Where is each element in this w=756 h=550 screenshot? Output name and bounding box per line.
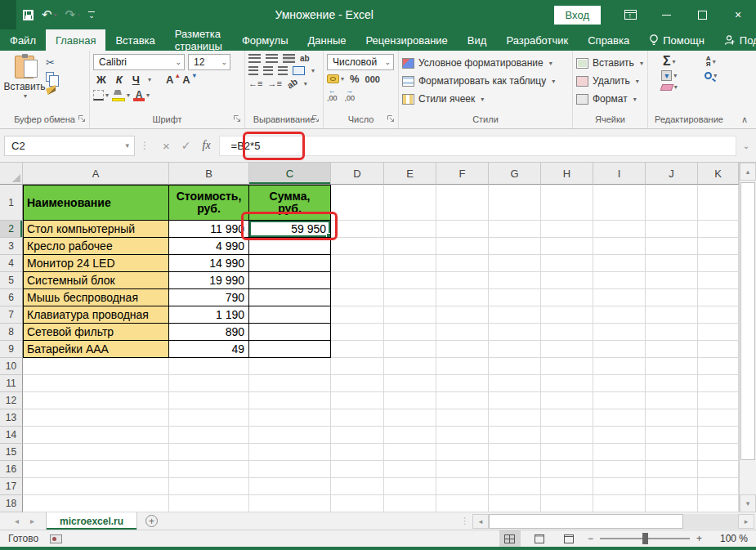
row-header-11[interactable]: 11 [0,375,23,392]
grid-cell-B11[interactable] [169,375,249,392]
row-header-16[interactable]: 16 [0,461,23,478]
grid-cell-B16[interactable] [169,461,249,478]
ribbon-tab-разметка-страницы[interactable]: Разметка страницы [165,29,232,51]
autosum-button[interactable]: Σ▾ [651,55,687,68]
grid-cell-K1[interactable] [698,185,739,221]
column-header-D[interactable]: D [331,163,384,185]
grid-cell-K4[interactable] [698,255,739,272]
grid-cell-D11[interactable] [331,375,384,392]
grid-cell-B18[interactable] [169,495,249,512]
grid-cell-H3[interactable] [541,238,593,255]
grid-cell-C14[interactable] [249,427,331,444]
grid-cell-F14[interactable] [436,427,489,444]
grid-cell-C5[interactable] [249,272,331,289]
sheet-next-icon[interactable]: ▸ [30,516,34,525]
wrap-text-icon[interactable]: ab [300,55,310,62]
view-normal-icon[interactable] [499,530,521,547]
ribbon-tab-вставка[interactable]: Вставка [105,29,164,51]
grid-cell-G18[interactable] [489,495,541,512]
grid-cell-A11[interactable] [23,375,169,392]
grid-cell-F7[interactable] [436,306,489,324]
formula-bar-grip-icon[interactable]: ⋮ [135,140,154,151]
grid-cell-K9[interactable] [698,341,739,358]
grid-cell-J9[interactable] [646,341,698,358]
grid-cell-A7[interactable]: Клавиатура проводная [23,306,169,324]
grid-cell-H7[interactable] [541,306,593,324]
grid-cell-K18[interactable] [698,495,739,512]
align-center-icon[interactable] [263,66,273,75]
grid-cell-G9[interactable] [489,341,541,358]
grid-cell-C1[interactable]: Сумма, руб. [249,185,331,221]
view-page-layout-icon[interactable] [529,530,550,547]
grid-cell-D14[interactable] [331,427,384,444]
grid-cell-A3[interactable]: Кресло рабочее [23,238,169,255]
row-header-15[interactable]: 15 [0,444,23,461]
grid-cell-F10[interactable] [436,358,489,375]
row-header-18[interactable]: 18 [0,495,23,512]
grid-cell-J1[interactable] [646,185,698,221]
grid-cell-G12[interactable] [489,392,541,409]
sheet-tab-active[interactable]: microexcel.ru [46,512,137,530]
horizontal-scroll-thumb[interactable] [489,514,683,529]
grid-cell-A14[interactable] [23,427,169,444]
grid-cell-H12[interactable] [541,392,593,409]
grid-cell-H2[interactable] [541,221,593,238]
grid-cell-K16[interactable] [698,461,739,478]
decrease-indent-icon[interactable]: ←≡ [248,79,262,87]
grid-cell-E17[interactable] [384,478,436,495]
grid-cell-I11[interactable] [593,375,646,392]
grid-cell-D6[interactable] [331,289,384,306]
grid-cell-K3[interactable] [698,238,739,255]
zoom-level[interactable]: 100 % [710,533,748,544]
paste-button[interactable]: Вставить ▾ [3,54,46,113]
grid-cell-C8[interactable] [249,324,331,341]
fill-color-button[interactable]: ▾ [112,90,130,101]
ribbon-tab-разработчик[interactable]: Разработчик [496,29,578,51]
grid-cell-C15[interactable] [249,444,331,461]
row-header-4[interactable]: 4 [0,255,23,272]
grid-cell-D18[interactable] [331,495,384,512]
zoom-slider-thumb[interactable] [642,533,648,544]
login-button[interactable]: Вход [554,6,601,25]
grid-cell-B7[interactable]: 1 190 [169,306,249,324]
grid-cell-G4[interactable] [489,255,541,272]
grid-cell-G7[interactable] [489,306,541,324]
grid-cell-G3[interactable] [489,238,541,255]
number-dialog-launcher-icon[interactable] [387,114,396,123]
grid-cell-B9[interactable]: 49 [169,341,249,358]
grid-cell-K11[interactable] [698,375,739,392]
underline-button[interactable]: Ч [129,73,143,87]
grid-cell-G11[interactable] [489,375,541,392]
grid-cell-C7[interactable] [249,306,331,324]
grid-cell-A6[interactable]: Мышь беспроводная [23,289,169,306]
delete-cells-button[interactable]: Удалить▾ [576,72,644,90]
grid-cell-K15[interactable] [698,444,739,461]
grid-cell-I10[interactable] [593,358,646,375]
fill-handle[interactable] [326,233,331,238]
maximize-icon[interactable] [684,0,720,29]
grid-cell-C17[interactable] [249,478,331,495]
grid-cell-H14[interactable] [541,427,593,444]
row-header-17[interactable]: 17 [0,478,23,495]
grid-cell-C18[interactable] [249,495,331,512]
name-box-dropdown-icon[interactable]: ▾ [125,141,134,150]
grid-cell-F18[interactable] [436,495,489,512]
ribbon-tab-файл[interactable]: Файл [0,29,46,51]
grid-cell-E7[interactable] [384,306,436,324]
grid-cell-D9[interactable] [331,341,384,358]
grid-cell-H13[interactable] [541,409,593,427]
grid-cell-B13[interactable] [169,409,249,427]
bold-button[interactable]: Ж [93,73,110,87]
share-button[interactable]: Поделиться [714,29,756,51]
grid-cell-D2[interactable] [331,221,384,238]
align-left-icon[interactable] [248,66,258,75]
grid-cell-G15[interactable] [489,444,541,461]
column-header-C[interactable]: C [249,163,331,185]
row-header-7[interactable]: 7 [0,306,23,324]
format-as-table-button[interactable]: Форматировать как таблицу▾ [402,72,569,90]
grid-cell-H5[interactable] [541,272,593,289]
ribbon-tab-рецензирование[interactable]: Рецензирование [356,29,457,51]
grid-cell-J10[interactable] [646,358,698,375]
zoom-slider[interactable] [600,538,690,539]
orientation-icon[interactable]: ab [285,76,299,90]
